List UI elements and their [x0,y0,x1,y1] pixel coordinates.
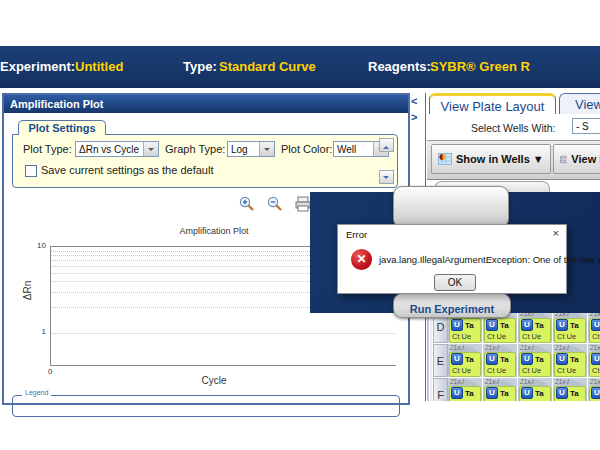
well-content: UTaCt Ue [449,318,481,343]
monitor-button-upper[interactable] [393,186,509,228]
well-target-text: Ta [465,389,474,398]
graph-type-select[interactable]: Log [227,141,275,157]
plot-type-label: Plot Type: [23,143,72,155]
reagents-label: Reagents: [368,59,431,74]
well-content: UTaCt Ue [554,318,586,343]
tab-view-plate-layout[interactable]: View Plate Layout [429,93,556,114]
legend-box [12,395,400,417]
show-in-wells-button[interactable]: Show in Wells ▼ [431,144,551,174]
plate-well[interactable]: 21x.lUTaCt Ue [553,344,587,377]
plate-well[interactable]: 21x.lUTaCt Ue [448,378,482,401]
view-legend-button[interactable]: View L [553,144,600,174]
well-sample-text: 21x.l [485,344,499,351]
well-sample-text: 21x.l [555,344,569,351]
app-screen: Experiment: Untitled Type: Standard Curv… [0,0,600,450]
splitter-collapse-left-icon[interactable]: < [411,96,417,106]
well-target-text: Ta [570,355,579,364]
experiment-value: Untitled [75,59,123,74]
scroll-up-icon[interactable] [379,138,394,152]
well-target-text: Ta [570,321,579,330]
well-target-text: Ta [535,389,544,398]
chevron-down-icon[interactable] [259,142,274,156]
zoom-in-icon[interactable] [238,195,256,213]
well-sample-text: 21x.l [450,378,464,385]
plate-well[interactable]: 21x.lUTaCt Ue [518,344,552,377]
plot-color-label: Plot Color: [281,143,332,155]
plate-row-header-E: E [433,344,448,377]
well-sample-text: 21x.l [555,378,569,385]
task-unknown-icon: U [486,319,498,331]
well-target-text: Ta [465,355,474,364]
type-label: Type: [183,59,217,74]
well-content: UTaCt Ue [554,352,586,377]
run-experiment-label: Run Experiment [394,303,510,315]
well-target-text: Ta [500,321,509,330]
splitter-collapse-right-icon[interactable]: > [411,112,417,122]
select-wells-dropdown[interactable]: - S [572,118,600,134]
plate-grid: D21x.lUTaCt Ue21x.lUTaCt Ue21x.lUTaCt Ue… [427,305,600,401]
select-wells-label: Select Wells With: [471,122,555,134]
panel-title: Amplification Plot [4,95,408,113]
x-axis-label: Cycle [99,375,329,386]
well-line2-text: Ct Ue [452,332,471,341]
plot-settings-box: Plot Type: ΔRn vs Cycle Graph Type: Log … [12,134,398,188]
well-sample-text: 21x.l [590,378,600,385]
well-sample-text: 21x.l [485,378,499,385]
task-unknown-icon: U [591,353,600,365]
plate-toolbar: Show in Wells ▼ View L [427,140,600,180]
well-line2-text: Ct Ue [487,366,506,375]
plate-edge-line [430,305,432,401]
task-unknown-icon: U [521,387,533,399]
plate-well[interactable]: 21x.lUTaCt Ue [483,344,517,377]
plate-well[interactable]: 21x.lUTaCt Ue [553,310,587,343]
well-content: UTaCt Ue [449,386,481,401]
plate-well[interactable]: 21x.lUTaCt Ue [518,310,552,343]
dialog-title: Error [346,229,367,240]
save-default-checkbox[interactable] [25,165,37,177]
zoom-out-icon[interactable] [266,195,284,213]
well-target-text: Ta [535,355,544,364]
plate-edge-line [427,305,429,401]
error-message: java.lang.IllegalArgumentException: One … [379,254,560,265]
well-line2-text: Ct Ue [592,366,600,375]
well-line2-text: Ct Ue [557,366,576,375]
plate-well[interactable]: 21x.lUTaCt Ue [518,378,552,401]
close-icon[interactable]: × [553,228,559,239]
tab-view-well-table[interactable]: View [559,93,600,114]
plate-well[interactable]: 21x.lUTaCt Ue [588,344,600,377]
ok-button[interactable]: OK [434,274,476,291]
task-unknown-icon: U [451,387,463,399]
well-line2-text: Ct Ue [592,332,600,341]
task-unknown-icon: U [486,387,498,399]
well-content: UTaCt Ue [519,318,551,343]
tab-plot-settings[interactable]: Plot Settings [18,120,106,135]
plate-well[interactable]: 21x.lUTaCt Ue [553,378,587,401]
well-content: UTaCt Ue [484,318,516,343]
task-unknown-icon: U [556,353,568,365]
plate-well[interactable]: 21x.lUTaCt Ue [448,344,482,377]
well-line2-text: Ct Ue [522,332,541,341]
well-content: UTaCt Ue [554,386,586,401]
well-line2-text: Ct Ue [592,400,600,401]
task-unknown-icon: U [556,319,568,331]
plate-well[interactable]: 21x.lUTaCt Ue [483,378,517,401]
well-content: UTaCt Ue [589,318,600,343]
experiment-banner: Experiment: Untitled Type: Standard Curv… [0,46,600,88]
well-line2-text: Ct Ue [522,400,541,401]
well-line2-text: Ct Ue [452,366,471,375]
chart-title: Amplification Plot [99,226,329,236]
task-unknown-icon: U [521,319,533,331]
task-unknown-icon: U [451,319,463,331]
task-unknown-icon: U [556,387,568,399]
plot-type-select[interactable]: ΔRn vs Cycle [75,141,159,157]
scroll-down-icon[interactable] [379,170,394,184]
well-content: UTaCt Ue [484,352,516,377]
task-unknown-icon: U [591,319,600,331]
run-experiment-button[interactable]: Run Experiment [393,293,511,318]
well-target-text: Ta [465,321,474,330]
type-value: Standard Curve [219,59,316,74]
well-line2-text: Ct Ue [487,332,506,341]
plate-well[interactable]: 21x.lUTaCt Ue [588,378,600,401]
chevron-down-icon[interactable] [143,142,158,156]
plate-well[interactable]: 21x.lUTaCt Ue [588,310,600,343]
